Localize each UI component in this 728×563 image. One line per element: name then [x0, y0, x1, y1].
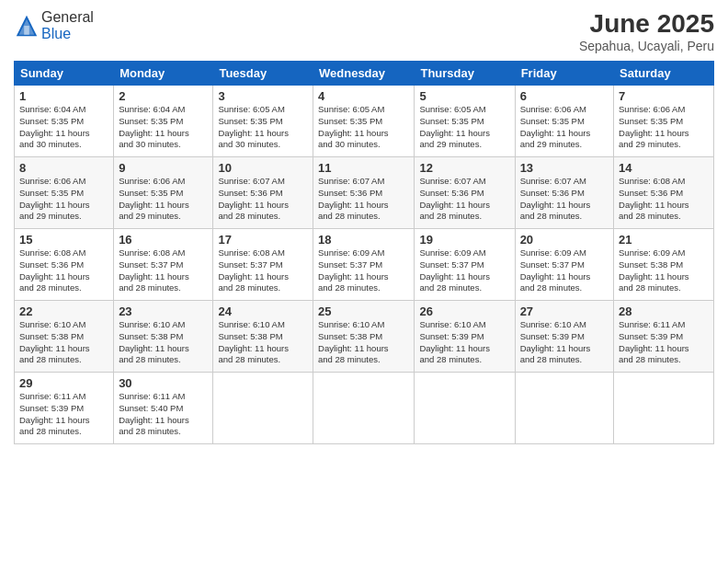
day-number: 22	[19, 304, 108, 318]
calendar-day-19: 19Sunrise: 6:09 AMSunset: 5:37 PMDayligh…	[415, 229, 515, 301]
day-number: 9	[119, 161, 208, 175]
day-number: 16	[119, 233, 208, 247]
day-info: Sunrise: 6:09 AMSunset: 5:37 PMDaylight:…	[520, 247, 591, 293]
day-info: Sunrise: 6:10 AMSunset: 5:38 PMDaylight:…	[218, 319, 289, 364]
col-sunday: Sunday	[15, 62, 114, 86]
calendar-day-21: 21Sunrise: 6:09 AMSunset: 5:38 PMDayligh…	[614, 229, 714, 301]
calendar-day-16: 16Sunrise: 6:08 AMSunset: 5:37 PMDayligh…	[114, 229, 213, 301]
calendar-day-18: 18Sunrise: 6:09 AMSunset: 5:37 PMDayligh…	[313, 229, 415, 301]
day-info: Sunrise: 6:05 AMSunset: 5:35 PMDaylight:…	[419, 104, 490, 149]
calendar-day-7: 7Sunrise: 6:06 AMSunset: 5:35 PMDaylight…	[614, 86, 714, 157]
day-info: Sunrise: 6:06 AMSunset: 5:35 PMDaylight:…	[520, 104, 591, 149]
calendar-day-17: 17Sunrise: 6:08 AMSunset: 5:37 PMDayligh…	[213, 229, 313, 301]
day-info: Sunrise: 6:08 AMSunset: 5:37 PMDaylight:…	[119, 247, 189, 293]
day-info: Sunrise: 6:09 AMSunset: 5:37 PMDaylight:…	[318, 247, 389, 293]
calendar-week-5: 29Sunrise: 6:11 AMSunset: 5:39 PMDayligh…	[15, 373, 714, 444]
day-number: 24	[218, 304, 308, 318]
day-number: 4	[318, 89, 409, 103]
calendar-week-3: 15Sunrise: 6:08 AMSunset: 5:36 PMDayligh…	[15, 229, 714, 301]
logo-text: General Blue	[41, 9, 94, 42]
day-number: 25	[318, 304, 409, 318]
calendar-day-empty	[313, 373, 415, 444]
day-number: 2	[119, 89, 208, 103]
day-number: 19	[419, 233, 509, 247]
month-title: June 2025	[579, 9, 714, 39]
calendar-day-9: 9Sunrise: 6:06 AMSunset: 5:35 PMDaylight…	[114, 157, 213, 229]
day-number: 15	[19, 233, 108, 247]
day-number: 29	[19, 376, 108, 390]
header: General Blue June 2025 Sepahua, Ucayali,…	[14, 9, 714, 53]
calendar-day-20: 20Sunrise: 6:09 AMSunset: 5:37 PMDayligh…	[515, 229, 613, 301]
day-info: Sunrise: 6:07 AMSunset: 5:36 PMDaylight:…	[218, 176, 289, 221]
calendar-week-4: 22Sunrise: 6:10 AMSunset: 5:38 PMDayligh…	[15, 301, 714, 373]
page: General Blue June 2025 Sepahua, Ucayali,…	[0, 0, 728, 563]
calendar-day-empty	[515, 373, 613, 444]
day-number: 26	[419, 304, 509, 318]
day-number: 27	[520, 304, 609, 318]
calendar-day-3: 3Sunrise: 6:05 AMSunset: 5:35 PMDaylight…	[213, 86, 313, 157]
day-info: Sunrise: 6:04 AMSunset: 5:35 PMDaylight:…	[119, 104, 189, 149]
day-number: 12	[419, 161, 509, 175]
calendar-day-8: 8Sunrise: 6:06 AMSunset: 5:35 PMDaylight…	[15, 157, 114, 229]
day-number: 18	[318, 233, 409, 247]
day-info: Sunrise: 6:07 AMSunset: 5:36 PMDaylight:…	[520, 176, 591, 221]
day-number: 1	[19, 89, 108, 103]
day-number: 7	[619, 89, 709, 103]
day-info: Sunrise: 6:09 AMSunset: 5:37 PMDaylight:…	[419, 247, 490, 293]
calendar-day-23: 23Sunrise: 6:10 AMSunset: 5:38 PMDayligh…	[114, 301, 213, 373]
calendar-day-5: 5Sunrise: 6:05 AMSunset: 5:35 PMDaylight…	[415, 86, 515, 157]
day-number: 5	[419, 89, 509, 103]
calendar-day-14: 14Sunrise: 6:08 AMSunset: 5:36 PMDayligh…	[614, 157, 714, 229]
day-info: Sunrise: 6:08 AMSunset: 5:37 PMDaylight:…	[218, 247, 289, 293]
day-info: Sunrise: 6:10 AMSunset: 5:39 PMDaylight:…	[419, 319, 490, 364]
logo-blue: Blue	[41, 26, 71, 41]
day-info: Sunrise: 6:11 AMSunset: 5:39 PMDaylight:…	[19, 391, 90, 436]
day-number: 10	[218, 161, 308, 175]
day-info: Sunrise: 6:11 AMSunset: 5:39 PMDaylight:…	[619, 319, 689, 364]
day-number: 8	[19, 161, 108, 175]
day-info: Sunrise: 6:07 AMSunset: 5:36 PMDaylight:…	[419, 176, 490, 221]
col-wednesday: Wednesday	[313, 62, 415, 86]
day-info: Sunrise: 6:05 AMSunset: 5:35 PMDaylight:…	[218, 104, 289, 149]
day-number: 6	[520, 89, 609, 103]
calendar-day-12: 12Sunrise: 6:07 AMSunset: 5:36 PMDayligh…	[415, 157, 515, 229]
day-number: 21	[619, 233, 709, 247]
day-info: Sunrise: 6:10 AMSunset: 5:38 PMDaylight:…	[119, 319, 189, 364]
calendar-day-10: 10Sunrise: 6:07 AMSunset: 5:36 PMDayligh…	[213, 157, 313, 229]
day-number: 20	[520, 233, 609, 247]
day-number: 23	[119, 304, 208, 318]
calendar-day-empty	[614, 373, 714, 444]
day-number: 11	[318, 161, 409, 175]
calendar-day-22: 22Sunrise: 6:10 AMSunset: 5:38 PMDayligh…	[15, 301, 114, 373]
calendar-week-2: 8Sunrise: 6:06 AMSunset: 5:35 PMDaylight…	[15, 157, 714, 229]
day-info: Sunrise: 6:08 AMSunset: 5:36 PMDaylight:…	[619, 176, 689, 221]
day-number: 13	[520, 161, 609, 175]
day-info: Sunrise: 6:05 AMSunset: 5:35 PMDaylight:…	[318, 104, 389, 149]
calendar-week-1: 1Sunrise: 6:04 AMSunset: 5:35 PMDaylight…	[15, 86, 714, 157]
col-monday: Monday	[114, 62, 213, 86]
calendar-day-29: 29Sunrise: 6:11 AMSunset: 5:39 PMDayligh…	[15, 373, 114, 444]
col-friday: Friday	[515, 62, 613, 86]
day-number: 3	[218, 89, 308, 103]
calendar-day-1: 1Sunrise: 6:04 AMSunset: 5:35 PMDaylight…	[15, 86, 114, 157]
title-area: June 2025 Sepahua, Ucayali, Peru	[579, 9, 714, 53]
logo-icon	[14, 13, 40, 39]
day-info: Sunrise: 6:04 AMSunset: 5:35 PMDaylight:…	[19, 104, 90, 149]
calendar-day-28: 28Sunrise: 6:11 AMSunset: 5:39 PMDayligh…	[614, 301, 714, 373]
calendar-day-24: 24Sunrise: 6:10 AMSunset: 5:38 PMDayligh…	[213, 301, 313, 373]
calendar-day-empty	[415, 373, 515, 444]
day-info: Sunrise: 6:10 AMSunset: 5:38 PMDaylight:…	[318, 319, 389, 364]
calendar-day-30: 30Sunrise: 6:11 AMSunset: 5:40 PMDayligh…	[114, 373, 213, 444]
logo: General Blue	[14, 9, 94, 42]
day-info: Sunrise: 6:11 AMSunset: 5:40 PMDaylight:…	[119, 391, 189, 436]
day-info: Sunrise: 6:06 AMSunset: 5:35 PMDaylight:…	[619, 104, 689, 149]
calendar-header-row: Sunday Monday Tuesday Wednesday Thursday…	[15, 62, 714, 86]
location: Sepahua, Ucayali, Peru	[579, 39, 714, 53]
calendar-day-13: 13Sunrise: 6:07 AMSunset: 5:36 PMDayligh…	[515, 157, 613, 229]
day-info: Sunrise: 6:10 AMSunset: 5:39 PMDaylight:…	[520, 319, 591, 364]
calendar-table: Sunday Monday Tuesday Wednesday Thursday…	[14, 61, 714, 444]
day-number: 28	[619, 304, 709, 318]
calendar-day-4: 4Sunrise: 6:05 AMSunset: 5:35 PMDaylight…	[313, 86, 415, 157]
calendar-day-11: 11Sunrise: 6:07 AMSunset: 5:36 PMDayligh…	[313, 157, 415, 229]
calendar-day-26: 26Sunrise: 6:10 AMSunset: 5:39 PMDayligh…	[415, 301, 515, 373]
